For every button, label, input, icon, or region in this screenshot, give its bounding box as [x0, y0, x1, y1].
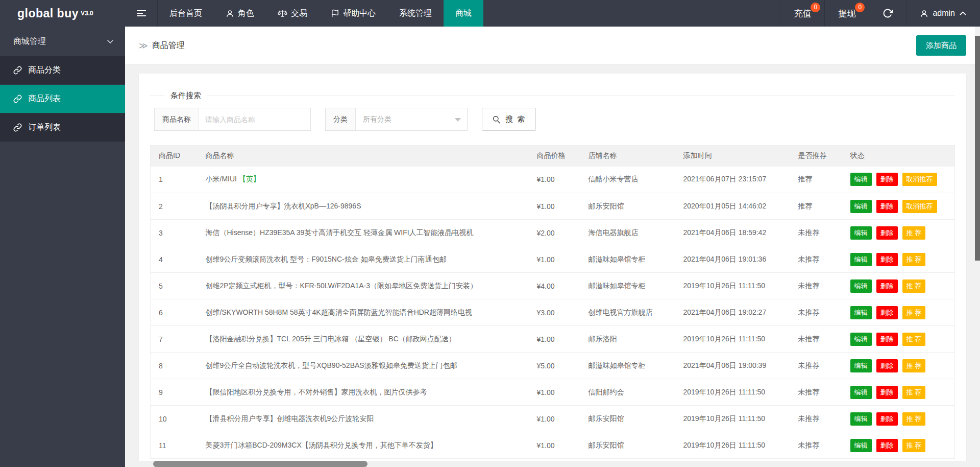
category-select[interactable]: 所有分类: [356, 108, 467, 130]
withdraw-badge: 0: [855, 3, 865, 12]
table-row: 5创维2P定频立式柜机，型号：KFR-50LW/F2DA1A-3（限如皋地区免费…: [151, 273, 955, 299]
app-header: global buy V3.0 后台首页 角色 交易 帮助中心 系统管: [0, 0, 980, 27]
sidebar-item-product-category[interactable]: 商品分类: [0, 56, 125, 85]
delete-button[interactable]: 删除: [876, 306, 898, 319]
edit-button[interactable]: 编辑: [850, 359, 872, 372]
product-id-cell: 9: [151, 379, 202, 406]
nav-item-trade[interactable]: 交易: [266, 0, 319, 27]
product-name-cell: 【汤阴县积分用户专享】洗衣机XpB—126-9896S: [202, 193, 533, 220]
delete-button[interactable]: 删除: [876, 333, 898, 346]
edit-button[interactable]: 编辑: [850, 200, 872, 213]
status-cell: 编辑删除推 荐: [846, 379, 955, 406]
chevron-down-icon: [107, 39, 114, 44]
store-name-cell: 信阳邮约会: [584, 379, 679, 406]
delete-button[interactable]: 删除: [876, 439, 898, 452]
sidebar-group-mall-management[interactable]: 商城管理: [0, 27, 125, 56]
sidebar-item-product-list[interactable]: 商品列表: [0, 85, 125, 113]
recommend-button[interactable]: 推 荐: [902, 226, 926, 240]
delete-button[interactable]: 删除: [876, 226, 898, 240]
horizontal-scrollbar-thumb[interactable]: [153, 461, 368, 467]
recommend-button[interactable]: 推 荐: [902, 439, 926, 452]
recommend-button[interactable]: 推 荐: [902, 359, 926, 372]
recharge-button[interactable]: 充值 0: [780, 0, 824, 27]
add-product-button[interactable]: 添加商品: [916, 35, 966, 56]
link-icon: [13, 66, 22, 75]
delete-button[interactable]: 删除: [876, 253, 898, 266]
product-name-text: 创维9公斤全自动波轮洗衣机，型号XQB90-52BAS淡雅银如皋免费送货上门包邮: [206, 361, 457, 369]
store-name-cell: 信酷小米专营店: [584, 167, 679, 193]
added-time-cell: 2019年10月26日 11:11:50: [679, 406, 794, 432]
delete-button[interactable]: 删除: [876, 412, 898, 426]
delete-button[interactable]: 删除: [876, 279, 898, 293]
edit-button[interactable]: 编辑: [850, 226, 872, 240]
withdraw-button[interactable]: 提现 0: [824, 0, 869, 27]
recommend-button[interactable]: 推 荐: [902, 253, 926, 266]
user-menu[interactable]: admin: [906, 0, 980, 27]
cancel-recommend-button[interactable]: 取消推荐: [902, 200, 937, 213]
product-name-input[interactable]: [199, 108, 310, 130]
store-name-cell: 海信电器旗舰店: [584, 220, 679, 246]
nav-item-dashboard[interactable]: 后台首页: [158, 0, 214, 27]
recommend-button[interactable]: 推 荐: [902, 386, 926, 399]
edit-button[interactable]: 编辑: [850, 333, 872, 346]
top-nav: 后台首页 角色 交易 帮助中心 系统管理 商城: [158, 0, 483, 27]
product-price-cell: ¥2.00: [533, 220, 584, 246]
sidebar-item-order-list[interactable]: 订单列表: [0, 113, 125, 142]
added-time-cell: 2019年10月26日 11:11:50: [679, 273, 794, 299]
cancel-recommend-button[interactable]: 取消推荐: [902, 173, 937, 186]
product-name-cell: 创维2P定频立式柜机，型号：KFR-50LW/F2DA1A-3（限如皋地区免费送…: [202, 273, 533, 299]
refresh-button[interactable]: [869, 0, 906, 27]
edit-button[interactable]: 编辑: [850, 253, 872, 266]
horizontal-scrollbar-track[interactable]: [125, 461, 980, 467]
edit-button[interactable]: 编辑: [850, 439, 872, 452]
product-price-cell: ¥1.00: [533, 379, 584, 406]
edit-button[interactable]: 编辑: [850, 279, 872, 293]
status-cell: 编辑删除推 荐: [846, 326, 955, 353]
recommend-button[interactable]: 推 荐: [902, 306, 926, 319]
table-row: 2【汤阴县积分用户专享】洗衣机XpB—126-9896S¥1.00邮乐安阳馆20…: [151, 193, 955, 220]
recommended-cell: 未推荐: [794, 353, 846, 379]
recommended-cell: 未推荐: [794, 379, 846, 406]
column-header: 店铺名称: [584, 146, 679, 167]
recommend-button[interactable]: 推 荐: [902, 279, 926, 293]
column-header: 是否推荐: [794, 146, 846, 167]
nav-label: 商城: [455, 8, 472, 19]
delete-button[interactable]: 删除: [876, 359, 898, 372]
edit-button[interactable]: 编辑: [850, 412, 872, 426]
delete-button[interactable]: 删除: [876, 200, 898, 213]
product-name-text: 创维9公斤变频滚筒洗衣机 型号：F9015NC-炫金 如皋免费送货上门南通包邮: [206, 255, 447, 263]
nav-item-help-center[interactable]: 帮助中心: [319, 0, 387, 27]
username: admin: [933, 9, 955, 18]
column-header: 状态: [846, 146, 955, 167]
search-button[interactable]: 搜 索: [482, 108, 536, 131]
link-icon: [13, 95, 22, 103]
product-name-text: 【滑县积分用户专享】创维电器洗衣机9公斤波轮安阳: [206, 414, 374, 423]
recommend-button[interactable]: 推 荐: [902, 333, 926, 346]
category-label: 分类: [326, 108, 356, 130]
recommend-button[interactable]: 推 荐: [902, 412, 926, 426]
content-panel: 条件搜索 商品名称 分类 所有分类 搜 索: [139, 74, 966, 467]
recommended-cell: 未推荐: [794, 246, 846, 273]
vertical-scrollbar-thumb[interactable]: [975, 36, 980, 261]
added-time-cell: 2021年04月06日 19:01:36: [679, 246, 794, 273]
magnifier-icon: [492, 115, 501, 124]
product-name-cell: 创维9公斤全自动波轮洗衣机，型号XQB90-52BAS淡雅银如皋免费送货上门包邮: [202, 353, 533, 379]
edit-button[interactable]: 编辑: [850, 173, 872, 186]
sidebar-group-label: 商城管理: [13, 36, 46, 47]
nav-item-system[interactable]: 系统管理: [387, 0, 444, 27]
delete-button[interactable]: 删除: [876, 173, 898, 186]
product-name-cell: 【洛阳金融积分兑换】TCL 205升 三门电冰箱 （星空银） BC（邮政网点配送…: [202, 326, 533, 353]
edit-button[interactable]: 编辑: [850, 386, 872, 399]
store-name-cell: 邮乐安阳馆: [584, 406, 679, 432]
edit-button[interactable]: 编辑: [850, 306, 872, 319]
product-id-cell: 7: [151, 326, 202, 353]
nav-item-roles[interactable]: 角色: [214, 0, 266, 27]
delete-button[interactable]: 删除: [876, 386, 898, 399]
status-cell: 编辑删除推 荐: [846, 406, 955, 432]
table-row: 7【洛阳金融积分兑换】TCL 205升 三门电冰箱 （星空银） BC（邮政网点配…: [151, 326, 955, 353]
double-chevron-icon: ≫: [139, 40, 148, 51]
header-right: 充值 0 提现 0 admin: [780, 0, 980, 27]
added-time-cell: 2019年10月26日 11:11:50: [679, 326, 794, 353]
nav-item-mall[interactable]: 商城: [444, 0, 483, 27]
menu-toggle-button[interactable]: [125, 0, 158, 27]
